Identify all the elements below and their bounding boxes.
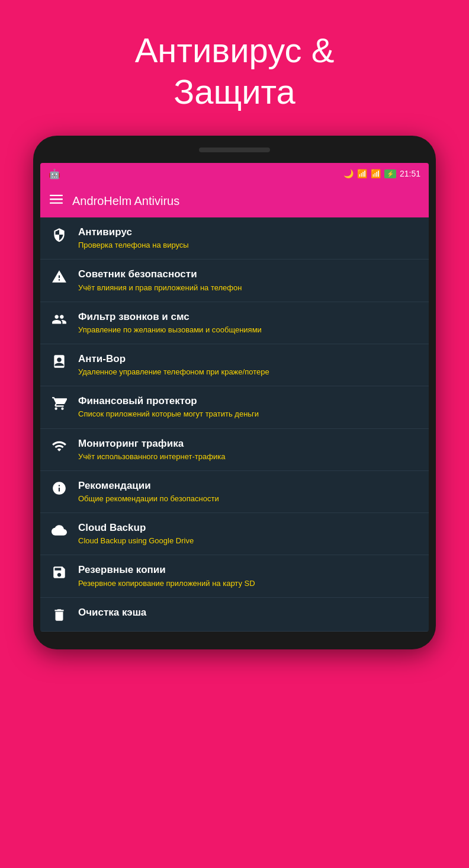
item-subtitle-cloud-backup: Cloud Backup using Google Drive (78, 536, 419, 546)
item-subtitle-traffic-monitor: Учёт использованного интернет-трафика (78, 451, 419, 462)
status-time: 21:51 (400, 169, 420, 178)
menu-item-security-advisor[interactable]: Советник безопасности Учёт влияния и пра… (40, 260, 429, 302)
hamburger-menu-icon[interactable] (50, 193, 63, 209)
item-subtitle-security-advisor: Учёт влияния и прав приложений на телефо… (78, 283, 419, 293)
item-title-security-advisor: Советник безопасности (78, 268, 419, 281)
menu-item-anti-theft[interactable]: Анти-Вор Удаленное управление телефоном … (40, 344, 429, 386)
item-title-recommendations: Рекомендации (78, 479, 419, 492)
warning-icon (50, 269, 69, 284)
menu-item-financial-protector[interactable]: Финансовый протектор Список приложений к… (40, 386, 429, 428)
signal-icon: 📶 (371, 169, 381, 178)
shield-icon (50, 227, 69, 242)
trash-icon (50, 607, 69, 623)
phone-book-icon (50, 354, 69, 369)
item-title-call-filter: Фильтр звонков и смс (78, 310, 419, 324)
item-text-antivirus: Антивирус Проверка телефона на вирусы (78, 226, 419, 251)
menu-list: Антивирус Проверка телефона на вирусы Со… (40, 217, 429, 632)
menu-item-backup-copies[interactable]: Резервные копии Резервное копирование пр… (40, 555, 429, 597)
item-subtitle-backup-copies: Резервное копирование приложений на карт… (78, 578, 419, 589)
menu-item-traffic-monitor[interactable]: Мониторинг трафика Учёт использованного … (40, 429, 429, 471)
item-text-security-advisor: Советник безопасности Учёт влияния и пра… (78, 268, 419, 293)
menu-item-recommendations[interactable]: Рекомендации Общие рекомендации по безоп… (40, 471, 429, 513)
svg-rect-0 (50, 195, 63, 196)
save-icon (50, 565, 69, 580)
item-title-cloud-backup: Cloud Backup (78, 521, 419, 534)
item-text-recommendations: Рекомендации Общие рекомендации по безоп… (78, 479, 419, 504)
item-subtitle-financial-protector: Список приложений которые могут тратить … (78, 409, 419, 419)
item-subtitle-anti-theft: Удаленное управление телефоном при краже… (78, 367, 419, 377)
droid-icon: 🤖 (49, 168, 60, 180)
item-title-financial-protector: Финансовый протектор (78, 395, 419, 408)
wifi-icon (50, 438, 69, 454)
wifi-status-icon: 📶 (357, 169, 367, 178)
menu-item-antivirus[interactable]: Антивирус Проверка телефона на вирусы (40, 217, 429, 260)
item-text-traffic-monitor: Мониторинг трафика Учёт использованного … (78, 437, 419, 462)
item-title-antivirus: Антивирус (78, 226, 419, 239)
svg-rect-2 (50, 203, 63, 204)
item-title-backup-copies: Резервные копии (78, 563, 419, 576)
menu-item-cloud-backup[interactable]: Cloud Backup Cloud Backup using Google D… (40, 513, 429, 555)
item-text-backup-copies: Резервные копии Резервное копирование пр… (78, 563, 419, 588)
phone-speaker (199, 148, 270, 152)
cart-icon (50, 396, 69, 411)
item-subtitle-call-filter: Управление по желанию вызовами и сообщен… (78, 325, 419, 335)
item-text-cache-clean: Очистка кэша (78, 606, 419, 619)
item-title-traffic-monitor: Мониторинг трафика (78, 437, 419, 450)
app-name: AndroHelm Antivirus (72, 194, 179, 208)
menu-item-call-filter[interactable]: Фильтр звонков и смс Управление по желан… (40, 302, 429, 344)
item-subtitle-antivirus: Проверка телефона на вирусы (78, 240, 419, 251)
item-title-cache-clean: Очистка кэша (78, 606, 419, 619)
cloud-icon (50, 523, 69, 538)
status-bar: 🤖 🌙 📶 📶 ⚡ 21:51 (40, 163, 429, 184)
item-subtitle-recommendations: Общие рекомендации по безопасности (78, 494, 419, 504)
menu-item-cache-clean[interactable]: Очистка кэша (40, 598, 429, 632)
phone-mockup: 🤖 🌙 📶 📶 ⚡ 21:51 AndroHelm Antivirus (33, 136, 436, 649)
item-text-anti-theft: Анти-Вор Удаленное управление телефоном … (78, 353, 419, 377)
svg-rect-1 (50, 198, 63, 200)
status-left: 🤖 (49, 168, 60, 180)
item-title-anti-theft: Анти-Вор (78, 353, 419, 366)
battery-icon: ⚡ (384, 169, 396, 178)
phone-screen: 🤖 🌙 📶 📶 ⚡ 21:51 AndroHelm Antivirus (40, 163, 429, 632)
status-right: 🌙 📶 📶 ⚡ 21:51 (343, 169, 420, 178)
item-text-cloud-backup: Cloud Backup Cloud Backup using Google D… (78, 521, 419, 546)
app-toolbar: AndroHelm Antivirus (40, 184, 429, 217)
item-text-call-filter: Фильтр звонков и смс Управление по желан… (78, 310, 419, 335)
page-title: Антивирус & Защита (99, 0, 370, 130)
info-icon (50, 481, 69, 496)
phone-filter-icon (50, 312, 69, 327)
moon-icon: 🌙 (343, 169, 354, 178)
item-text-financial-protector: Финансовый протектор Список приложений к… (78, 395, 419, 419)
